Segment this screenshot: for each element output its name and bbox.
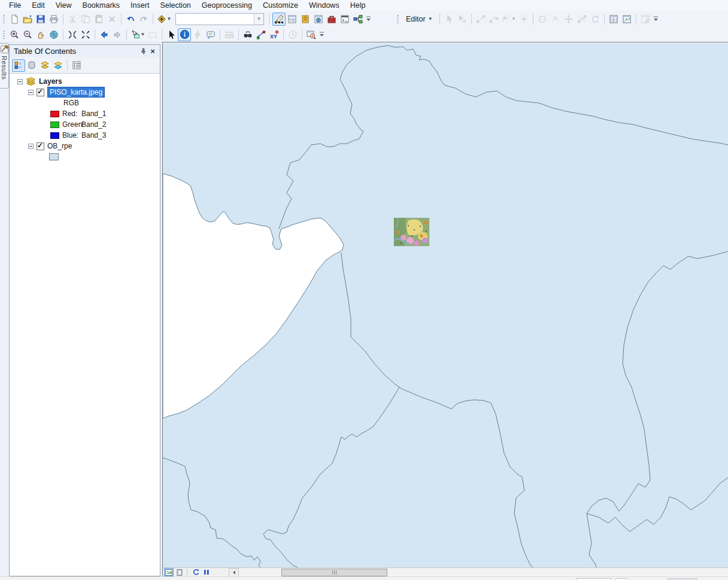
viewer-window-icon (307, 30, 316, 40)
layer-visibility-checkbox[interactable] (37, 89, 44, 96)
list-by-selection-button[interactable] (51, 59, 65, 72)
new-document-button[interactable] (8, 13, 21, 26)
toolbar-overflow-icon (319, 31, 324, 38)
viewer-window-button[interactable] (305, 28, 318, 41)
tree-row-raster-layer[interactable]: PISO_karta.jpeg (10, 87, 160, 98)
toolbar-options-button[interactable] (318, 28, 326, 41)
attributes-button[interactable] (607, 13, 620, 26)
svg-text:XY: XY (270, 34, 277, 40)
chevron-down-icon[interactable]: ▼ (254, 14, 263, 25)
vector-layer-name[interactable]: OB_rpe (47, 142, 72, 150)
menu-edit[interactable]: Edit (26, 1, 50, 10)
arctoolbox-window-button[interactable] (325, 13, 338, 26)
catalog-window-button[interactable] (299, 13, 312, 26)
horizontal-scrollbar[interactable] (229, 568, 728, 577)
identify-button[interactable] (178, 28, 191, 41)
table-of-contents-window-button[interactable] (286, 13, 299, 26)
tree-row-vector-symbol[interactable] (10, 151, 160, 162)
separator (220, 29, 220, 40)
scroll-left-button[interactable] (229, 568, 239, 577)
toolbar-grip[interactable] (2, 30, 5, 40)
python-window-button[interactable] (338, 13, 351, 26)
raster-thumbnail[interactable] (394, 218, 429, 246)
toc-options-button[interactable] (70, 59, 83, 72)
list-by-source-icon (27, 60, 37, 70)
straight-segment-icon (476, 14, 486, 24)
modelbuilder-window-button[interactable] (351, 13, 365, 26)
back-extent-button[interactable] (98, 28, 111, 41)
forward-arrow-icon (113, 30, 122, 40)
toolbar-grip[interactable] (396, 14, 399, 24)
map-scale-combobox[interactable]: ▼ (175, 13, 264, 25)
menu-view[interactable]: View (50, 1, 77, 10)
fixed-zoom-in-button[interactable] (66, 28, 79, 41)
pin-button[interactable] (138, 47, 148, 56)
full-extent-button[interactable] (47, 28, 60, 41)
list-by-source-button[interactable] (25, 59, 38, 72)
forward-extent-button[interactable] (111, 28, 124, 41)
find-button[interactable] (241, 28, 254, 41)
add-data-button[interactable]: ▼ (156, 13, 172, 26)
editor-menu-button[interactable]: Editor ▼ (402, 13, 437, 25)
print-button[interactable] (47, 13, 60, 26)
select-features-button[interactable]: ▼ (129, 28, 146, 41)
results-tab[interactable]: Results (0, 43, 9, 89)
vector-symbol-swatch[interactable] (49, 153, 59, 160)
toolbar-options-button[interactable] (652, 13, 660, 26)
tree-row-layers[interactable]: Layers (10, 76, 160, 87)
zoom-in-button[interactable] (8, 28, 21, 41)
layers-root-label[interactable]: Layers (39, 77, 62, 86)
sketch-properties-button[interactable] (620, 13, 633, 26)
tree-row-vector-layer[interactable]: OB_rpe (10, 141, 160, 151)
straight-segment-button (474, 13, 487, 26)
layer-visibility-checkbox[interactable] (37, 142, 44, 150)
refresh-view-button[interactable] (191, 568, 201, 576)
status-bar (0, 576, 728, 580)
save-button[interactable] (34, 13, 47, 26)
find-route-button[interactable] (254, 28, 268, 41)
collapse-expander[interactable] (28, 90, 34, 95)
edit-tool-button (442, 13, 456, 26)
separator (126, 29, 127, 40)
menu-customize[interactable]: Customize (257, 1, 304, 10)
editor-toolbar-toggle-button[interactable] (272, 13, 286, 26)
editor-toolbar: Editor ▼ A ▼ (395, 11, 660, 27)
pause-drawing-button[interactable] (202, 568, 211, 576)
list-by-drawing-order-button[interactable] (12, 59, 25, 72)
create-features-icon (641, 14, 650, 24)
undo-button[interactable] (124, 13, 137, 26)
split-icon (551, 14, 560, 24)
toolbar-grip[interactable] (2, 14, 5, 24)
search-window-button[interactable] (312, 13, 325, 26)
redo-button[interactable] (137, 13, 150, 26)
menu-selection[interactable]: Selection (154, 1, 196, 10)
chevron-down-icon: ▼ (511, 17, 516, 22)
toolbar-options-button[interactable] (365, 13, 372, 26)
collapse-expander[interactable] (17, 79, 23, 84)
menu-windows[interactable]: Windows (304, 1, 345, 10)
raster-layer-name[interactable]: PISO_karta.jpeg (47, 87, 105, 98)
zoom-out-button[interactable] (21, 28, 34, 41)
fixed-zoom-out-button[interactable] (79, 28, 92, 41)
menu-geoprocessing[interactable]: Geoprocessing (196, 1, 257, 10)
menu-help[interactable]: Help (345, 1, 371, 10)
menu-bookmarks[interactable]: Bookmarks (77, 1, 126, 10)
close-button[interactable]: × (148, 47, 157, 56)
menu-file[interactable]: File (4, 1, 26, 10)
toc-header[interactable]: Table Of Contents × (10, 45, 160, 57)
collapse-expander[interactable] (28, 144, 34, 149)
pan-button[interactable] (34, 28, 47, 41)
map-view[interactable] (163, 43, 728, 567)
layout-view-button[interactable] (175, 568, 184, 576)
go-to-xy-button[interactable]: XY (268, 28, 281, 41)
menu-insert[interactable]: Insert (125, 1, 154, 10)
select-elements-button[interactable] (165, 28, 178, 41)
map-scale-value[interactable] (176, 14, 254, 25)
list-by-visibility-button[interactable] (38, 59, 51, 72)
scrollbar-thumb[interactable] (281, 569, 387, 576)
html-popup-button[interactable] (204, 28, 217, 41)
open-button[interactable] (21, 13, 34, 26)
data-view-button[interactable] (164, 568, 174, 576)
editor-menu-label: Editor (406, 15, 426, 23)
separator (153, 14, 153, 25)
